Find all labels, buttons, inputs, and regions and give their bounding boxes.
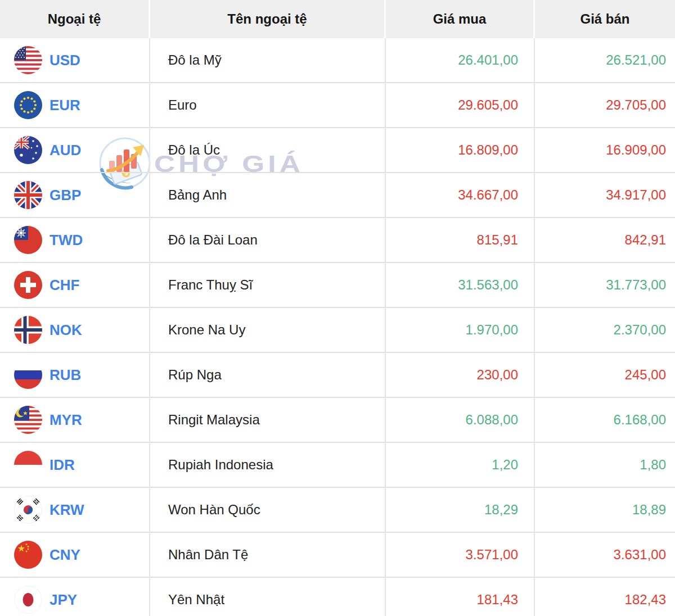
buy-price: 1,20 <box>492 457 518 473</box>
currency-code-link[interactable]: CNY <box>50 546 80 564</box>
sell-price-cell: 182,43 <box>535 578 675 616</box>
buy-price-cell: 34.667,00 <box>386 173 535 218</box>
currency-name: Đô la Úc <box>168 142 220 158</box>
buy-price: 31.563,00 <box>458 277 518 293</box>
currency-code-link[interactable]: EUR <box>50 97 80 114</box>
sell-price-cell: 31.773,00 <box>535 263 675 308</box>
buy-price: 26.401,00 <box>458 52 518 68</box>
sell-price-cell: 842,91 <box>535 218 675 263</box>
sell-price: 31.773,00 <box>606 277 666 293</box>
buy-price: 18,29 <box>484 502 518 518</box>
sell-price: 3.631,00 <box>614 547 666 563</box>
sell-price-cell: 18,89 <box>535 488 675 533</box>
uk-flag-icon <box>14 181 42 209</box>
currency-name: Đô la Đài Loan <box>168 232 258 248</box>
currency-code-link[interactable]: USD <box>50 52 80 69</box>
buy-price: 815,91 <box>477 232 518 248</box>
sell-price-cell: 34.917,00 <box>535 173 675 218</box>
currency-name-cell: Won Hàn Quốc <box>150 488 386 533</box>
currency-name: Won Hàn Quốc <box>168 502 260 518</box>
sell-price-cell: 16.909,00 <box>535 128 675 173</box>
currency-name-cell: Franc Thuỵ Sĩ <box>150 263 386 308</box>
currency-cell: KRW <box>0 488 150 533</box>
currency-name-cell: Đô la Mỹ <box>150 38 386 83</box>
sell-price-cell: 29.705,00 <box>535 83 675 128</box>
sell-price-cell: 1,80 <box>535 443 675 488</box>
russia-flag-icon <box>14 361 42 389</box>
currency-cell: IDR <box>0 443 150 488</box>
currency-cell: AUD <box>0 128 150 173</box>
sell-price-cell: 26.521,00 <box>535 38 675 83</box>
china-flag-icon <box>14 541 42 569</box>
buy-price-cell: 1,20 <box>386 443 535 488</box>
currency-name-cell: Ringit Malaysia <box>150 398 386 443</box>
currency-name: Krone Na Uy <box>168 322 245 338</box>
currency-name-cell: Rúp Nga <box>150 353 386 398</box>
sell-price-cell: 245,00 <box>535 353 675 398</box>
currency-cell: MYR <box>0 398 150 443</box>
usa-flag-icon <box>14 46 42 74</box>
currency-name: Euro <box>168 97 197 113</box>
currency-cell: CNY <box>0 533 150 578</box>
buy-price-cell: 230,00 <box>386 353 535 398</box>
indonesia-flag-icon <box>14 451 42 479</box>
buy-price: 1.970,00 <box>466 322 518 338</box>
currency-name-cell: Yên Nhật <box>150 578 386 616</box>
currency-cell: GBP <box>0 173 150 218</box>
currency-name: Đô la Mỹ <box>168 52 222 68</box>
currency-name-cell: Euro <box>150 83 386 128</box>
sell-price: 842,91 <box>625 232 666 248</box>
sell-price-cell: 3.631,00 <box>535 533 675 578</box>
buy-price: 181,43 <box>477 592 518 608</box>
buy-price-cell: 181,43 <box>386 578 535 616</box>
buy-price: 34.667,00 <box>458 187 518 203</box>
column-header-sell: Giá bán <box>535 0 675 38</box>
sell-price: 6.168,00 <box>614 412 666 428</box>
buy-price-cell: 31.563,00 <box>386 263 535 308</box>
exchange-rates-table: Ngoại tệ Tên ngoại tệ Giá mua Giá bán US… <box>0 0 675 616</box>
sell-price: 245,00 <box>625 367 666 383</box>
currency-name: Ringit Malaysia <box>168 412 260 428</box>
japan-flag-icon <box>14 586 42 614</box>
buy-price: 29.605,00 <box>458 97 518 113</box>
currency-name-cell: Bảng Anh <box>150 173 386 218</box>
currency-code-link[interactable]: KRW <box>50 501 84 519</box>
currency-cell: EUR <box>0 83 150 128</box>
sell-price: 182,43 <box>625 592 666 608</box>
currency-code-link[interactable]: TWD <box>50 232 83 249</box>
currency-code-link[interactable]: CHF <box>50 277 79 294</box>
norway-flag-icon <box>14 316 42 344</box>
sell-price: 2.370,00 <box>614 322 666 338</box>
currency-cell: RUB <box>0 353 150 398</box>
buy-price-cell: 16.809,00 <box>386 128 535 173</box>
currency-code-link[interactable]: JPY <box>50 591 77 609</box>
currency-name-cell: Đô la Úc <box>150 128 386 173</box>
currency-cell: TWD <box>0 218 150 263</box>
currency-name-cell: Rupiah Indonesia <box>150 443 386 488</box>
sell-price: 34.917,00 <box>606 187 666 203</box>
sell-price: 1,80 <box>640 457 666 473</box>
eu-flag-icon <box>14 91 42 119</box>
sell-price: 29.705,00 <box>606 97 666 113</box>
currency-name: Bảng Anh <box>168 187 227 203</box>
buy-price: 3.571,00 <box>466 547 518 563</box>
buy-price-cell: 3.571,00 <box>386 533 535 578</box>
buy-price-cell: 18,29 <box>386 488 535 533</box>
currency-code-link[interactable]: NOK <box>50 321 82 339</box>
column-header-buy: Giá mua <box>386 0 535 38</box>
taiwan-flag-icon <box>14 226 42 254</box>
buy-price: 6.088,00 <box>466 412 518 428</box>
sell-price: 26.521,00 <box>606 52 666 68</box>
sell-price-cell: 2.370,00 <box>535 308 675 353</box>
buy-price-cell: 815,91 <box>386 218 535 263</box>
switzerland-flag-icon <box>14 271 42 299</box>
sell-price-cell: 6.168,00 <box>535 398 675 443</box>
currency-code-link[interactable]: IDR <box>50 456 75 474</box>
buy-price-cell: 26.401,00 <box>386 38 535 83</box>
currency-code-link[interactable]: AUD <box>50 142 81 159</box>
australia-flag-icon <box>14 136 42 164</box>
currency-code-link[interactable]: MYR <box>50 411 82 429</box>
currency-code-link[interactable]: RUB <box>50 366 81 384</box>
currency-name-cell: Đô la Đài Loan <box>150 218 386 263</box>
currency-code-link[interactable]: GBP <box>50 187 81 204</box>
